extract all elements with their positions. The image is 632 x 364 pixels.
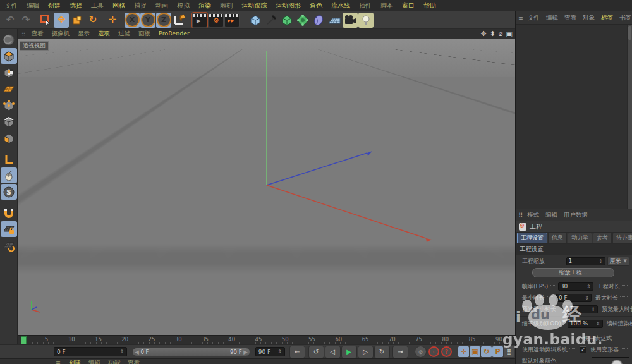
texture-mode-icon[interactable]: [1, 64, 17, 80]
active-object-row[interactable]: 工程: [516, 221, 632, 233]
next-key-icon[interactable]: ↻: [374, 346, 390, 358]
viewport-menu-item[interactable]: 摄像机: [52, 30, 70, 38]
menu-item[interactable]: 脚本: [380, 1, 393, 10]
edges-mode-icon[interactable]: [1, 114, 17, 130]
section-header[interactable]: 工程设置: [516, 244, 632, 255]
grip-icon[interactable]: ⠿: [21, 31, 27, 37]
autokey-icon[interactable]: ◦: [428, 346, 439, 357]
fps-field[interactable]: 30⇕: [558, 282, 593, 291]
attribute-menu-item[interactable]: 编辑: [545, 211, 557, 219]
attribute-tab[interactable]: 动力学: [568, 233, 592, 243]
goto-start-icon[interactable]: ⇤: [289, 346, 305, 358]
rotate-tool-icon[interactable]: ↻: [85, 13, 100, 28]
attribute-tab[interactable]: 待办事项: [612, 233, 632, 243]
lock-workplane-icon[interactable]: [1, 221, 17, 237]
scale-project-button[interactable]: 缩放工程...: [532, 268, 614, 277]
render-queue-icon[interactable]: [224, 13, 240, 28]
preview-range-slider[interactable]: ◀ 0 F 90 F ▶: [132, 348, 250, 356]
grip-icon[interactable]: ≡: [56, 359, 61, 364]
motion-system-checkbox[interactable]: ✓: [580, 346, 586, 353]
menu-item[interactable]: 插件: [359, 1, 372, 10]
rotate-icon[interactable]: ⌀: [499, 30, 503, 38]
menu-icon[interactable]: ≡: [518, 15, 524, 21]
unit-dropdown[interactable]: 厘米▼: [607, 257, 629, 266]
modeling-generator-icon[interactable]: [295, 13, 310, 28]
next-frame-icon[interactable]: ▷: [358, 346, 374, 358]
key-pla-icon[interactable]: ⣿: [504, 346, 514, 357]
menu-item[interactable]: 模拟: [177, 1, 190, 10]
object-list[interactable]: [516, 25, 632, 209]
attribute-menu-item[interactable]: 模式: [527, 211, 539, 219]
axis-y-lock-button[interactable]: Y: [140, 13, 155, 28]
key-scale-icon[interactable]: ▣: [470, 346, 480, 357]
menu-item[interactable]: 捕捉: [134, 1, 147, 10]
menu-item[interactable]: 工具: [91, 1, 104, 10]
menu-item[interactable]: 流水线: [331, 1, 350, 10]
object-manager-menu-item[interactable]: 标签: [601, 14, 613, 22]
material-menu-item[interactable]: 功能: [108, 359, 120, 364]
enable-axis-icon[interactable]: [1, 151, 17, 167]
align-workplane-icon[interactable]: [1, 238, 17, 253]
attribute-tab[interactable]: 工程设置: [517, 233, 547, 243]
light-icon[interactable]: [358, 13, 374, 28]
material-menu-item[interactable]: 创建: [69, 359, 81, 364]
viewport-menu-item[interactable]: 选项: [98, 30, 110, 38]
viewport-menu-item[interactable]: 显示: [78, 30, 90, 38]
keyframe-selection-icon[interactable]: ?: [441, 346, 452, 357]
magnet-snap-icon[interactable]: [1, 205, 17, 221]
menu-item[interactable]: 编辑: [27, 1, 39, 10]
coordinate-system-icon[interactable]: [172, 13, 187, 28]
viewport-menu-item[interactable]: 过滤: [118, 30, 130, 38]
record-objects-icon[interactable]: ⊘: [415, 346, 427, 358]
object-list-scrollbar[interactable]: [627, 25, 632, 209]
viewport-menu-item[interactable]: ProRender: [159, 30, 190, 38]
last-tool-icon[interactable]: ✛: [105, 13, 120, 28]
object-manager-menu-item[interactable]: 对象: [583, 14, 595, 22]
menu-item[interactable]: 选择: [70, 1, 82, 10]
snap-icon[interactable]: S: [1, 184, 17, 200]
points-mode-icon[interactable]: [1, 97, 17, 113]
viewport-menu-item[interactable]: 面板: [138, 30, 150, 38]
render-view-icon[interactable]: [191, 12, 208, 28]
menu-item[interactable]: 文件: [5, 1, 18, 10]
live-selection-icon[interactable]: [38, 13, 53, 28]
lod-field[interactable]: 100 %⇕: [568, 320, 603, 328]
zoom-icon[interactable]: ⬍: [490, 30, 495, 38]
menu-item[interactable]: 网格: [112, 1, 125, 10]
menu-item[interactable]: 运动跟踪: [241, 1, 267, 10]
object-manager-menu-item[interactable]: 查看: [564, 14, 576, 22]
workplane-mode-icon[interactable]: [1, 81, 17, 97]
project-scale-field[interactable]: 1⇕: [566, 257, 605, 265]
menu-item[interactable]: 创建: [48, 1, 61, 10]
material-menu-item[interactable]: 编辑: [88, 359, 100, 364]
prev-frame-icon[interactable]: ◁: [325, 346, 341, 358]
axis-x-lock-button[interactable]: X: [125, 13, 140, 28]
grip-icon[interactable]: ⠿: [518, 212, 523, 219]
floor-icon[interactable]: [327, 13, 342, 28]
end-frame-field[interactable]: 90 F⇕: [255, 347, 285, 356]
toggle-view-icon[interactable]: ▣: [506, 30, 513, 38]
menu-item[interactable]: 雕刻: [220, 1, 233, 10]
object-manager-menu-item[interactable]: 书签: [619, 14, 631, 22]
default-color-dropdown[interactable]: [592, 357, 629, 364]
min-time-field[interactable]: 0 F⇕: [556, 294, 592, 302]
play-icon[interactable]: ▶: [341, 346, 357, 358]
object-manager-menu-item[interactable]: 文件: [528, 14, 540, 22]
scale-tool-icon[interactable]: [70, 13, 85, 28]
menu-item[interactable]: 动画: [155, 1, 168, 10]
viewport-menu-item[interactable]: 查看: [32, 30, 44, 38]
timeline-ruler[interactable]: 051015202530354045505560657075808590: [18, 335, 515, 344]
pan-icon[interactable]: ✥: [481, 30, 487, 38]
preview-min-time-field[interactable]: 0 F⇕: [562, 305, 598, 313]
object-manager-menu-item[interactable]: 编辑: [546, 14, 558, 22]
attribute-tab[interactable]: 信息: [548, 233, 567, 243]
attribute-tab[interactable]: 参考: [593, 233, 612, 243]
key-position-icon[interactable]: ✛: [458, 346, 469, 357]
polygons-mode-icon[interactable]: [1, 130, 17, 146]
menu-item[interactable]: 窗口: [402, 1, 415, 10]
current-frame-field[interactable]: 0 F⇕: [54, 347, 127, 356]
render-settings-icon[interactable]: [209, 13, 224, 28]
tweak-mode-icon[interactable]: [1, 167, 17, 183]
key-parameter-icon[interactable]: P: [492, 346, 503, 357]
camera-icon[interactable]: [343, 13, 358, 28]
